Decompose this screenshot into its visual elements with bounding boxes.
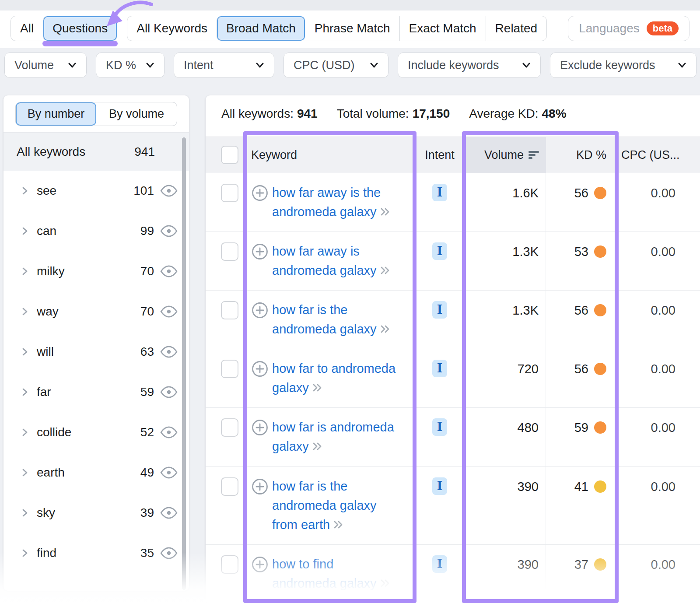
column-header-keyword[interactable]: Keyword [244, 137, 416, 173]
group-label: earth [37, 466, 140, 480]
keyword-group-row[interactable]: collide 52 [4, 412, 189, 452]
sidebar-scrollbar[interactable] [182, 137, 186, 590]
row-checkbox[interactable] [221, 418, 238, 437]
all-keywords-header[interactable]: All keywords 941 [4, 132, 189, 171]
keyword-link[interactable]: how to findandromeda galaxy [272, 545, 392, 603]
circle-plus-icon[interactable] [251, 302, 269, 319]
keyword-link[interactable]: how far to andromedagalaxy [272, 349, 396, 407]
group-count: 52 [140, 425, 154, 439]
keyword-group-row[interactable]: sky 39 [4, 493, 189, 533]
eye-icon[interactable] [160, 386, 178, 398]
chevron-right-icon[interactable] [20, 186, 30, 196]
chevron-right-icon[interactable] [20, 467, 30, 478]
keyword-group-row[interactable]: will 63 [4, 332, 189, 372]
double-chevron-icon[interactable] [379, 323, 392, 335]
row-checkbox[interactable] [221, 360, 238, 378]
eye-icon[interactable] [160, 426, 178, 438]
circle-plus-icon[interactable] [251, 184, 269, 202]
filter-intent[interactable]: Intent [174, 53, 274, 78]
eye-icon[interactable] [160, 305, 178, 318]
circle-plus-icon[interactable] [251, 243, 269, 260]
eye-icon[interactable] [160, 185, 178, 197]
keyword-link[interactable]: how far away isandromeda galaxy [272, 232, 392, 290]
intent-badge[interactable]: I [432, 242, 447, 260]
tab-related[interactable]: Related [486, 16, 547, 41]
column-header-kd[interactable]: KD % [546, 137, 618, 173]
row-checkbox[interactable] [221, 301, 238, 319]
double-chevron-icon[interactable] [379, 206, 392, 217]
double-chevron-icon[interactable] [312, 441, 324, 452]
languages-button[interactable]: Languages beta [568, 16, 690, 41]
eye-icon[interactable] [160, 507, 178, 519]
filter-include-keywords[interactable]: Include keywords [398, 53, 541, 78]
chevron-right-icon[interactable] [20, 548, 30, 558]
eye-icon[interactable] [160, 547, 178, 559]
tab-phrase-match[interactable]: Phrase Match [305, 16, 399, 41]
filter-cpc[interactable]: CPC (USD) [284, 53, 388, 78]
tab-all[interactable]: All [11, 16, 43, 41]
eye-icon[interactable] [160, 346, 178, 358]
chevron-right-icon[interactable] [20, 508, 30, 518]
keyword-group-row[interactable]: see 101 [4, 171, 189, 211]
group-sort-toggle: By number By volume [15, 102, 177, 126]
row-checkbox[interactable] [221, 242, 238, 261]
circle-plus-icon[interactable] [251, 556, 269, 573]
keyword-group-row[interactable]: way 70 [4, 291, 189, 332]
cpc-value: 0.00 [618, 349, 700, 407]
double-chevron-icon[interactable] [379, 578, 392, 589]
keyword-group-row[interactable]: milky 70 [4, 251, 189, 291]
chevron-right-icon[interactable] [20, 427, 30, 438]
chevron-right-icon[interactable] [20, 266, 30, 277]
circle-plus-icon[interactable] [251, 360, 269, 378]
keyword-group-row[interactable]: far 59 [4, 372, 189, 412]
intent-badge[interactable]: I [432, 418, 447, 436]
eye-icon[interactable] [160, 225, 178, 237]
tab-questions[interactable]: Questions [43, 16, 117, 41]
column-header-volume[interactable]: Volume [463, 137, 546, 173]
filter-kd[interactable]: KD % [96, 53, 164, 78]
filter-exclude-keywords[interactable]: Exclude keywords [550, 53, 696, 78]
double-chevron-icon[interactable] [332, 519, 345, 530]
volume-value: 1.3K [463, 291, 546, 349]
cpc-value: 0.00 [618, 291, 700, 349]
chevron-right-icon[interactable] [20, 387, 30, 397]
cpc-value: 0.00 [618, 232, 700, 290]
tab-exact-match[interactable]: Exact Match [399, 16, 486, 41]
tab-broad-match[interactable]: Broad Match [217, 16, 305, 41]
circle-plus-icon[interactable] [251, 419, 269, 436]
chevron-right-icon[interactable] [20, 347, 30, 357]
row-checkbox[interactable] [221, 477, 238, 496]
keyword-group-row[interactable]: can 99 [4, 211, 189, 251]
toggle-by-volume[interactable]: By volume [96, 102, 177, 126]
intent-badge[interactable]: I [432, 301, 447, 319]
keyword-group-row[interactable]: earth 49 [4, 452, 189, 493]
circle-plus-icon[interactable] [251, 478, 269, 495]
tab-all-keywords[interactable]: All Keywords [127, 16, 217, 41]
toggle-by-number[interactable]: By number [16, 102, 96, 126]
column-header-intent[interactable]: Intent [416, 137, 463, 173]
eye-icon[interactable] [160, 265, 178, 277]
intent-badge[interactable]: I [432, 555, 447, 573]
double-chevron-icon[interactable] [379, 265, 392, 276]
row-checkbox[interactable] [221, 555, 238, 574]
group-count: 59 [140, 385, 154, 399]
eye-icon[interactable] [160, 466, 178, 479]
chevron-right-icon[interactable] [20, 226, 30, 236]
intent-badge[interactable]: I [432, 477, 447, 495]
keyword-group-row[interactable]: find 35 [4, 533, 189, 573]
keyword-link[interactable]: how far is theandromeda galaxy [272, 291, 392, 349]
column-header-cpc[interactable]: CPC (US... [618, 137, 700, 173]
keyword-link[interactable]: how far is andromedagalaxy [272, 408, 394, 466]
intent-badge[interactable]: I [432, 184, 447, 201]
double-chevron-icon[interactable] [312, 382, 324, 393]
select-all-checkbox[interactable] [221, 146, 238, 164]
cpc-value: 0.00 [618, 408, 700, 466]
keyword-link[interactable]: how far is theandromeda galaxyfrom earth [272, 467, 377, 544]
filter-volume[interactable]: Volume [4, 53, 87, 78]
row-checkbox[interactable] [221, 184, 238, 202]
keyword-link[interactable]: how far away is theandromeda galaxy [272, 173, 392, 231]
group-count: 63 [140, 345, 154, 359]
intent-badge[interactable]: I [432, 360, 447, 377]
group-count: 35 [140, 546, 154, 560]
chevron-right-icon[interactable] [20, 306, 30, 317]
